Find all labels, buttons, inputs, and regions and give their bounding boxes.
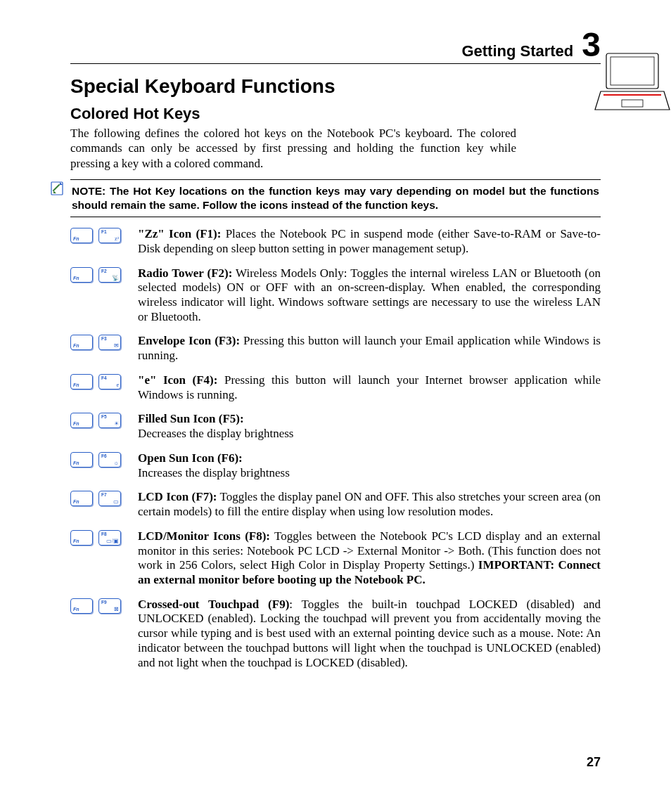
svg-rect-0 — [606, 53, 658, 89]
hotkey-row: FnF6☼Open Sun Icon (F6):Increases the di… — [70, 451, 601, 480]
function-key-icon: F3✉ — [98, 335, 121, 350]
hotkey-list: FnF1z²"Zz" Icon (F1): Places the Noteboo… — [70, 227, 601, 670]
hotkey-row: FnF2📡Radio Tower (F2): Wireless Models O… — [70, 266, 601, 325]
function-key-icon: F8▭/▣ — [98, 530, 121, 546]
fn-key-icon: Fn — [70, 530, 93, 546]
hotkey-row: FnF5☀Filled Sun Icon (F5):Decreases the … — [70, 412, 601, 441]
key-pair: FnF1z² — [70, 227, 131, 243]
section-title: Special Keyboard Functions — [70, 75, 601, 98]
key-pair: FnF9⊠ — [70, 598, 131, 614]
hotkey-description: "e" Icon (F4): Pressing this button will… — [138, 373, 601, 402]
fn-key-icon: Fn — [70, 267, 93, 283]
note-icon — [49, 181, 65, 196]
hotkey-row: FnF7▭LCD Icon (F7): Toggles the display … — [70, 490, 601, 519]
fn-key-icon: Fn — [70, 598, 93, 614]
key-pair: FnF2📡 — [70, 266, 131, 283]
page-number: 27 — [587, 755, 601, 770]
hotkey-description: Radio Tower (F2): Wireless Models Only: … — [138, 266, 601, 325]
hotkey-description: Open Sun Icon (F6):Increases the display… — [138, 451, 601, 480]
function-key-icon: F2📡 — [98, 267, 121, 283]
key-pair: FnF4e — [70, 373, 131, 389]
hotkey-row: FnF8▭/▣LCD/Monitor Icons (F8): Toggles b… — [70, 529, 601, 588]
svg-rect-1 — [611, 57, 654, 85]
function-key-icon: F6☼ — [98, 452, 121, 468]
fn-key-icon: Fn — [70, 413, 93, 428]
function-key-icon: F7▭ — [98, 491, 121, 506]
header-rule — [70, 63, 601, 64]
hotkey-row: FnF9⊠Crossed-out Touchpad (F9): Toggles … — [70, 598, 601, 671]
function-key-icon: F9⊠ — [98, 598, 121, 614]
hotkey-description: LCD/Monitor Icons (F8): Toggles between … — [138, 529, 601, 588]
note-box: NOTE: The Hot Key locations on the funct… — [49, 179, 601, 217]
hotkey-row: FnF3✉Envelope Icon (F3): Pressing this b… — [70, 334, 601, 363]
function-key-icon: F1z² — [98, 228, 121, 243]
hotkey-description: Filled Sun Icon (F5):Decreases the displ… — [138, 412, 601, 441]
svg-rect-4 — [622, 100, 643, 107]
key-pair: FnF3✉ — [70, 334, 131, 350]
subsection-title: Colored Hot Keys — [70, 105, 601, 123]
hotkey-description: Crossed-out Touchpad (F9): Toggles the b… — [138, 598, 601, 671]
fn-key-icon: Fn — [70, 228, 93, 243]
intro-paragraph: The following defines the colored hot ke… — [70, 126, 516, 171]
key-pair: FnF8▭/▣ — [70, 529, 131, 546]
function-key-icon: F5☀ — [98, 413, 121, 428]
note-text: NOTE: The Hot Key locations on the funct… — [70, 179, 601, 217]
fn-key-icon: Fn — [70, 452, 93, 468]
key-pair: FnF7▭ — [70, 490, 131, 506]
function-key-icon: F4e — [98, 374, 121, 389]
key-pair: FnF6☼ — [70, 451, 131, 468]
laptop-icon — [594, 51, 671, 114]
hotkey-row: FnF1z²"Zz" Icon (F1): Places the Noteboo… — [70, 227, 601, 256]
fn-key-icon: Fn — [70, 491, 93, 506]
hotkey-description: LCD Icon (F7): Toggles the display panel… — [138, 490, 601, 519]
hotkey-row: FnF4e"e" Icon (F4): Pressing this button… — [70, 373, 601, 402]
hotkey-description: "Zz" Icon (F1): Places the Notebook PC i… — [138, 227, 601, 256]
fn-key-icon: Fn — [70, 335, 93, 350]
fn-key-icon: Fn — [70, 374, 93, 389]
page-header: Getting Started 3 — [70, 28, 601, 64]
hotkey-description: Envelope Icon (F3): Pressing this button… — [138, 334, 601, 363]
key-pair: FnF5☀ — [70, 412, 131, 428]
chapter-title: Getting Started — [461, 42, 573, 60]
